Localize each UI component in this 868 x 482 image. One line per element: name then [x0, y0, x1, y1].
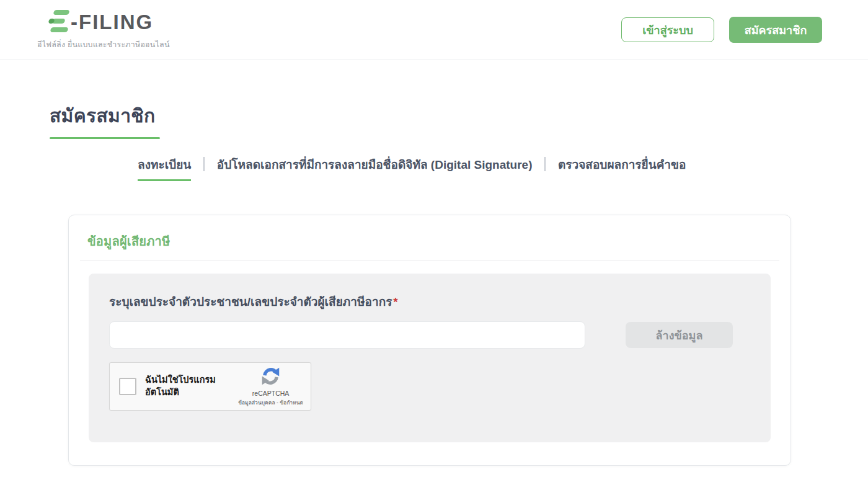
id-number-label-text: ระบุเลขประจำตัวประชาชน/เลขประจำตัวผู้เสี… [109, 295, 392, 308]
tab-divider [544, 157, 546, 171]
recaptcha-branding: reCAPTCHA ข้อมูลส่วนบุคคล - ข้อกำหนด [238, 366, 303, 407]
form-panel: ระบุเลขประจำตัวประชาชน/เลขประจำตัวผู้เสี… [89, 274, 771, 442]
recaptcha-checkbox[interactable] [119, 378, 136, 395]
main-content: สมัครสมาชิก ลงทะเบียน อัปโหลดเอกสารที่มี… [0, 101, 868, 466]
brand-subtitle: อีไฟล์ลิ่ง ยื่นแบบและชำระภาษีออนไลน์ [37, 38, 170, 51]
clear-button[interactable]: ล้างข้อมูล [626, 322, 733, 348]
recaptcha-brand-text: reCAPTCHA [252, 390, 290, 397]
tab-bar: ลงทะเบียน อัปโหลดเอกสารที่มีการลงลายมือช… [138, 155, 868, 181]
recaptcha-privacy-terms-link[interactable]: ข้อมูลส่วนบุคคล - ข้อกำหนด [238, 398, 303, 407]
required-asterisk: * [393, 295, 397, 308]
app-header: -FILING อีไฟล์ลิ่ง ยื่นแบบและชำระภาษีออน… [0, 0, 868, 60]
id-number-input[interactable] [109, 321, 585, 349]
efiling-e-icon [37, 9, 69, 35]
brand-text: -FILING [71, 12, 153, 32]
recaptcha-widget: ฉันไม่ใช่โปรแกรมอัตโนมัติ reCAPTCHA ข้อม… [109, 362, 311, 411]
page-title: สมัครสมาชิก [50, 101, 868, 130]
recaptcha-checkbox-label: ฉันไม่ใช่โปรแกรมอัตโนมัติ [145, 374, 219, 398]
tab-register[interactable]: ลงทะเบียน [138, 155, 191, 181]
header-actions: เข้าสู่ระบบ สมัครสมาชิก [621, 17, 822, 43]
tab-check-request-status[interactable]: ตรวจสอบผลการยื่นคำขอ [558, 155, 686, 179]
login-button[interactable]: เข้าสู่ระบบ [621, 17, 714, 42]
section-title: ข้อมูลผู้เสียภาษี [87, 231, 771, 251]
id-number-row: ล้างข้อมูล [109, 321, 771, 349]
taxpayer-info-card: ข้อมูลผู้เสียภาษี ระบุเลขประจำตัวประชาชน… [68, 215, 791, 466]
tab-divider [203, 157, 205, 171]
id-number-label: ระบุเลขประจำตัวประชาชน/เลขประจำตัวผู้เสี… [109, 292, 771, 311]
app-logo[interactable]: -FILING อีไฟล์ลิ่ง ยื่นแบบและชำระภาษีออน… [37, 9, 170, 51]
title-underline [50, 137, 160, 139]
section-divider [80, 261, 779, 261]
recaptcha-logo-icon [260, 366, 281, 389]
register-button[interactable]: สมัครสมาชิก [729, 17, 822, 43]
tab-upload-digital-signature[interactable]: อัปโหลดเอกสารที่มีการลงลายมือชื่อดิจิทัล… [217, 155, 533, 179]
